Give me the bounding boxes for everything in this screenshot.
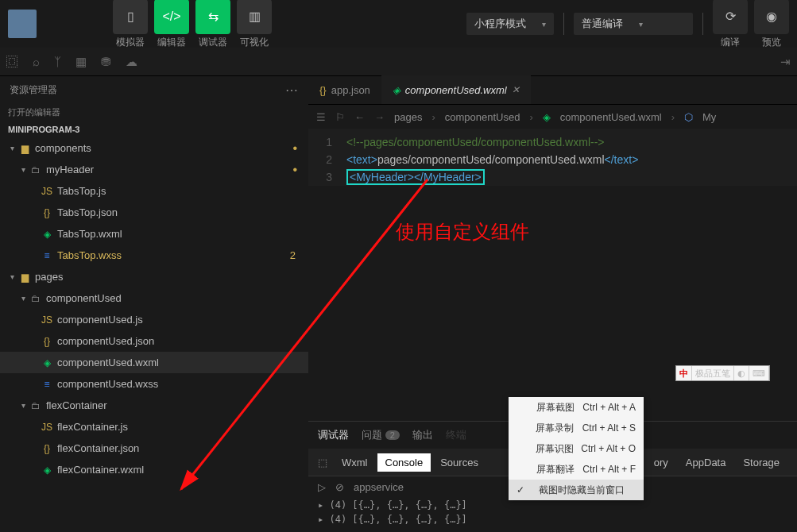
visualize-button[interactable]: ▥ [237,0,272,34]
ime-name: 极品五笔 [692,366,734,380]
element-icon: ⬡ [684,111,693,123]
back-icon[interactable]: ← [354,111,365,123]
tab-terminal[interactable]: 终端 [446,428,466,442]
refresh-icon: ⟳ [725,9,736,24]
code-editor[interactable]: 1<!--pages/componentUsed/componentUsed.w… [308,129,797,186]
play-icon[interactable]: ▷ [318,481,326,493]
devtab-wxml[interactable]: Wxml [334,453,376,472]
mode-dropdown[interactable]: 小程序模式 ▾ [466,13,554,35]
top-toolbar: ▯ 模拟器 </> 编辑器 ⇆ 调试器 ▥ 可视化 小程序模式 ▾ 普通编译 ▾… [0,0,797,48]
tree-file[interactable]: ◈TabsTop.wxml [0,223,308,245]
tab-componentused-wxml[interactable]: ◈componentUsed.wxml✕ [381,75,531,104]
extensions-icon[interactable]: ▦ [75,55,87,69]
menu-item[interactable]: 屏幕录制Ctrl + Alt + S [509,418,644,438]
debugger-label: 调试器 [199,36,227,49]
tab-debugger[interactable]: 调试器 [318,428,349,442]
tree-file[interactable]: JSTabsTop.js [0,180,308,202]
annotation-text: 使用自定义组件 [396,219,529,245]
phone-icon: ▯ [127,9,134,24]
tree-folder-pages[interactable]: ▾▆pages [0,266,308,287]
tree-folder-componentused[interactable]: ▾🗀componentUsed [0,287,308,309]
collapse-icon[interactable]: ⇥ [780,55,791,69]
editor-button[interactable]: </> [154,0,189,34]
tree-file[interactable]: JSflexContainer.js [0,416,308,438]
sidebar: 资源管理器 ⋯ 打开的编辑器 MINIPROGRAM-3 ▾▆component… [0,76,308,532]
chevron-down-icon: ▾ [639,20,643,29]
devtab-sources[interactable]: Sources [432,453,486,472]
project-header[interactable]: MINIPROGRAM-3 [0,121,308,137]
tab-output[interactable]: 输出 [412,428,433,442]
avatar[interactable] [8,10,37,38]
tree-folder-components[interactable]: ▾▆components• [0,137,308,159]
folder-icon: 🗀 [29,400,43,411]
js-icon: JS [40,314,54,326]
clear-icon[interactable]: ⊘ [335,481,344,493]
open-editors-header[interactable]: 打开的编辑器 [0,103,308,121]
files-icon[interactable]: ⿴ [6,55,18,68]
console-line[interactable]: ▸ (4) [{…}, {…}, {…}, {…}] [308,512,797,526]
db-icon[interactable]: ⛃ [101,55,111,69]
tree-file[interactable]: {}flexContainer.json [0,438,308,459]
inspect-icon[interactable]: ⬚ [318,457,327,468]
menu-item[interactable]: ✓截图时隐藏当前窗口 [509,480,644,500]
bookmark-icon[interactable]: ⚐ [335,111,345,123]
crumb[interactable]: componentUsed [445,111,520,123]
tree-file[interactable]: {}TabsTop.json [0,202,308,223]
editor-tabs: {}app.json ◈componentUsed.wxml✕ [308,76,797,105]
preview-button[interactable]: ◉ [754,0,789,34]
compile-mode-dropdown[interactable]: 普通编译 ▾ [574,13,693,35]
simulator-label: 模拟器 [116,36,145,49]
settings-icon: ⇆ [208,9,219,24]
editor-label: 编辑器 [157,36,186,49]
tree-file[interactable]: ◈flexContainer.wxml [0,459,308,480]
tab-app-json[interactable]: {}app.json [308,75,381,104]
wxml-icon: ◈ [40,465,54,476]
ime-mode-icon: ◐ [734,366,749,380]
branch-icon[interactable]: ᛉ [54,55,61,68]
devtab-console[interactable]: Console [377,453,431,472]
crumb[interactable]: My [702,111,716,123]
simulator-button[interactable]: ▯ [113,0,148,34]
tree-file-active[interactable]: ◈componentUsed.wxml [0,352,308,373]
json-icon: {} [319,84,327,96]
crumb[interactable]: componentUsed.wxml [560,111,662,123]
tree-file[interactable]: ≡componentUsed.wxss [0,373,308,395]
compile-button[interactable]: ⟳ [713,0,748,34]
tree-file[interactable]: ≡TabsTop.wxss2 [0,245,308,266]
explorer-title: 资源管理器 [10,83,57,97]
tree-folder-flexcontainer[interactable]: ▾🗀flexContainer [0,395,308,416]
wxml-icon: ◈ [40,229,54,240]
json-icon: {} [40,443,54,454]
icon-bar: ⿴ ⌕ ᛉ ▦ ⛃ ☁ ⇥ [0,48,797,76]
close-icon[interactable]: ✕ [512,84,520,95]
menu-item[interactable]: 屏幕翻译Ctrl + Alt + F [509,459,644,480]
menu-item[interactable]: 屏幕识图Ctrl + Alt + O [509,438,644,459]
forward-icon[interactable]: → [374,111,385,123]
cloud-icon[interactable]: ☁ [126,55,137,69]
breadcrumb: ☰ ⚐ ← → pages› componentUsed› ◈ componen… [308,105,797,129]
context-menu: 屏幕截图Ctrl + Alt + A 屏幕录制Ctrl + Alt + S 屏幕… [509,397,644,500]
tab-problems[interactable]: 问题 2 [362,428,400,442]
wxml-icon: ◈ [40,357,54,368]
folder-icon: ▆ [17,272,32,283]
js-icon: JS [40,422,54,433]
debugger-button[interactable]: ⇆ [195,0,230,34]
wxml-icon: ◈ [543,111,551,123]
visualize-label: 可视化 [240,36,269,49]
menu-item[interactable]: 屏幕截图Ctrl + Alt + A [509,397,644,418]
wxml-icon: ◈ [393,84,400,96]
search-icon[interactable]: ⌕ [33,55,40,68]
context-selector[interactable]: appservice [354,481,404,493]
compile-label: 编译 [721,36,740,49]
devtab-appdata[interactable]: AppData [678,453,734,472]
tree-file[interactable]: JScomponentUsed.js [0,309,308,330]
tree-file[interactable]: {}componentUsed.json [0,330,308,352]
devtab-storage[interactable]: Storage [735,453,787,472]
devtab-memory[interactable]: ory [646,453,676,472]
tree-folder-myheader[interactable]: ▾🗀myHeader• [0,159,308,180]
more-icon[interactable]: ⋯ [285,83,299,98]
outline-icon[interactable]: ☰ [316,111,326,123]
folder-icon: ▆ [17,143,32,154]
chevron-down-icon: ▾ [542,20,546,29]
crumb[interactable]: pages [394,111,422,123]
